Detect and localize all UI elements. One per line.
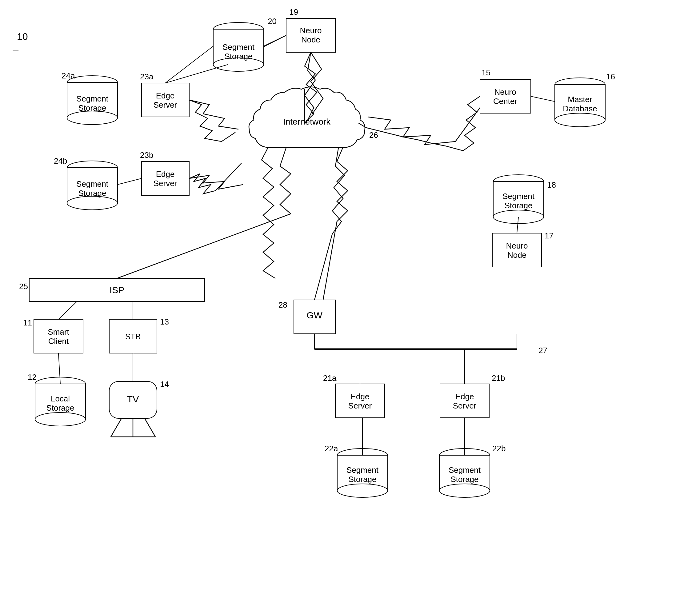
svg-point-33 — [493, 175, 544, 188]
svg-text:Segment: Segment — [503, 192, 535, 201]
svg-point-17 — [67, 161, 118, 174]
svg-rect-58 — [439, 455, 490, 491]
svg-text:Node: Node — [507, 251, 527, 260]
svg-text:24b: 24b — [54, 156, 67, 165]
svg-point-25 — [555, 78, 605, 91]
smart-client-11 — [34, 319, 83, 353]
svg-text:16: 16 — [606, 72, 615, 81]
svg-text:Segment: Segment — [449, 465, 481, 475]
svg-text:23a: 23a — [140, 72, 154, 81]
svg-text:Internetwork: Internetwork — [283, 117, 331, 126]
svg-text:Neuro: Neuro — [495, 87, 516, 97]
svg-text:11: 11 — [23, 318, 32, 327]
svg-line-103 — [264, 35, 286, 46]
svg-line-111 — [59, 353, 60, 384]
svg-text:Smart: Smart — [48, 327, 69, 336]
svg-text:Storage: Storage — [504, 201, 532, 210]
svg-text:12: 12 — [28, 372, 37, 382]
svg-text:Edge: Edge — [351, 392, 370, 401]
segment-storage-22a: Segment Storage 22a — [325, 444, 388, 497]
svg-text:Storage: Storage — [46, 403, 74, 412]
tv-14 — [109, 382, 157, 418]
svg-text:Local: Local — [51, 394, 70, 403]
svg-text:Segment: Segment — [76, 179, 108, 189]
svg-rect-42 — [35, 384, 86, 419]
svg-text:Center: Center — [493, 97, 517, 106]
edge-server-23a — [141, 83, 189, 117]
svg-text:Storage: Storage — [78, 189, 106, 198]
segment-storage-22b: Segment Storage 22b — [439, 444, 506, 497]
svg-text:26: 26 — [369, 130, 378, 140]
svg-text:Server: Server — [154, 179, 177, 188]
svg-point-1 — [213, 23, 264, 36]
svg-text:Master: Master — [568, 95, 592, 104]
svg-line-123 — [165, 65, 228, 83]
svg-rect-26 — [555, 85, 605, 120]
svg-text:22b: 22b — [492, 444, 506, 453]
svg-text:13: 13 — [160, 317, 169, 326]
svg-point-61 — [439, 484, 490, 497]
gw-28 — [294, 300, 336, 334]
svg-point-5 — [213, 58, 264, 71]
svg-text:Server: Server — [453, 401, 477, 410]
neuro-node-19 — [286, 19, 336, 52]
internetwork-cloud: Internetwork 26 — [249, 87, 378, 148]
svg-text:Storage: Storage — [450, 475, 478, 484]
svg-point-41 — [35, 377, 86, 391]
svg-point-21 — [67, 196, 118, 210]
svg-text:24a: 24a — [62, 71, 75, 80]
svg-line-108 — [531, 96, 555, 101]
local-storage-12: Local Storage 12 — [28, 372, 86, 426]
svg-point-29 — [555, 113, 605, 127]
svg-point-45 — [35, 412, 86, 426]
svg-text:17: 17 — [545, 231, 553, 240]
svg-rect-18 — [67, 168, 118, 203]
svg-text:Edge: Edge — [455, 392, 474, 401]
svg-text:21a: 21a — [323, 373, 337, 383]
edge-server-21a — [336, 384, 385, 418]
isp-25 — [29, 278, 204, 301]
svg-line-109 — [59, 301, 77, 319]
segment-storage-24b: Segment Storage 24b — [54, 156, 118, 210]
svg-text:Node: Node — [301, 35, 320, 44]
svg-line-107 — [165, 46, 213, 83]
svg-text:Neuro: Neuro — [506, 241, 528, 251]
neuro-node-17 — [492, 233, 542, 267]
stb-13 — [109, 319, 157, 353]
edge-server-23b — [141, 162, 189, 195]
svg-text:Server: Server — [154, 100, 177, 109]
svg-text:Neuro: Neuro — [300, 26, 322, 35]
svg-text:Edge: Edge — [156, 91, 175, 100]
svg-line-113 — [517, 217, 518, 233]
svg-point-9 — [67, 76, 118, 89]
segment-storage-24a: Segment Storage 24a — [62, 71, 118, 125]
svg-text:19: 19 — [289, 7, 298, 16]
svg-text:25: 25 — [19, 282, 28, 291]
svg-text:Segment: Segment — [346, 465, 379, 475]
svg-text:Storage: Storage — [224, 52, 252, 61]
svg-rect-2 — [213, 29, 264, 65]
svg-text:14: 14 — [160, 380, 169, 389]
svg-rect-10 — [67, 82, 118, 118]
svg-text:TV: TV — [127, 394, 139, 404]
svg-point-53 — [337, 484, 388, 497]
svg-line-91 — [145, 418, 155, 437]
edge-server-21b — [440, 384, 489, 418]
svg-rect-50 — [337, 455, 388, 491]
svg-point-57 — [439, 449, 490, 462]
svg-text:Segment: Segment — [222, 42, 255, 52]
svg-line-105 — [118, 178, 141, 185]
svg-text:Client: Client — [48, 336, 69, 346]
svg-text:STB: STB — [125, 332, 141, 341]
svg-text:22a: 22a — [325, 444, 338, 453]
svg-text:18: 18 — [547, 180, 556, 190]
svg-text:Storage: Storage — [78, 103, 106, 112]
segment-storage-18: Segment Storage 18 — [493, 175, 556, 224]
svg-point-13 — [67, 111, 118, 125]
svg-text:Storage: Storage — [348, 475, 376, 484]
svg-text:27: 27 — [538, 346, 547, 355]
svg-line-122 — [264, 35, 286, 47]
segment-storage-20: Segment Storage 20 — [213, 16, 277, 71]
svg-text:GW: GW — [307, 310, 322, 320]
network-diagram: 10 _ Segment Storage 20 Segment Storage … — [0, 0, 700, 594]
